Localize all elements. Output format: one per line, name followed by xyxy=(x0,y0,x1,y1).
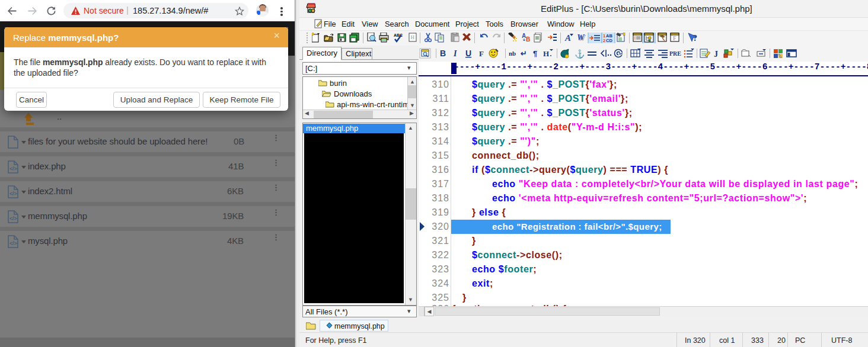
svg-text:2: 2 xyxy=(603,38,605,43)
svg-text:</>: </> xyxy=(9,216,17,221)
svg-text:nb: nb xyxy=(509,50,516,57)
svg-text:F: F xyxy=(479,49,484,58)
svg-text:A: A xyxy=(564,33,571,43)
svg-text:U: U xyxy=(465,49,471,58)
svg-text:I: I xyxy=(453,49,457,58)
svg-text:</>: </> xyxy=(9,240,17,246)
svg-text:⚓: ⚓ xyxy=(575,49,585,59)
svg-text:B: B xyxy=(440,49,446,58)
svg-text:CD: CD xyxy=(606,38,612,43)
svg-text:B: B xyxy=(526,36,530,43)
svg-text:</>: </> xyxy=(9,191,17,197)
svg-text:↵: ↵ xyxy=(521,49,527,58)
svg-text:W: W xyxy=(577,33,585,42)
svg-text:?: ? xyxy=(693,34,697,43)
svg-text:H: H xyxy=(543,49,549,58)
svg-text:</>: </> xyxy=(9,166,17,172)
svg-text:F: F xyxy=(673,35,676,41)
svg-text:¶: ¶ xyxy=(533,49,537,58)
svg-text:PRE: PRE xyxy=(669,50,681,57)
svg-text:H: H xyxy=(411,34,415,40)
svg-text:J: J xyxy=(714,50,718,59)
